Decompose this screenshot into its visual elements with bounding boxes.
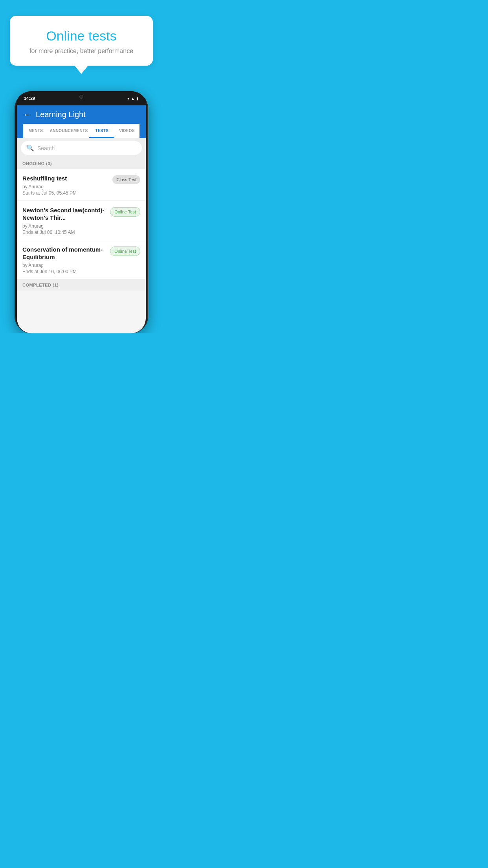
signal-icon: ▲ bbox=[131, 96, 135, 101]
test-info: Newton's Second law(contd)-Newton's Thir… bbox=[22, 206, 110, 235]
camera-dot bbox=[79, 95, 83, 99]
speech-bubble: Online tests for more practice, better p… bbox=[10, 16, 153, 66]
promo-subtitle: for more practice, better performance bbox=[19, 48, 143, 55]
test-author: by Anurag bbox=[22, 184, 109, 189]
promo-title: Online tests bbox=[19, 28, 143, 44]
status-icons: ▾ ▲ ▮ bbox=[127, 96, 139, 101]
app-header: ← Learning Light MENTS ANNOUNCEMENTS TES… bbox=[17, 105, 146, 138]
test-time: Starts at Jul 05, 05:45 PM bbox=[22, 190, 109, 196]
battery-icon: ▮ bbox=[136, 96, 139, 101]
search-placeholder: Search bbox=[37, 145, 55, 151]
test-name: Reshuffling test bbox=[22, 175, 109, 182]
search-icon: 🔍 bbox=[26, 144, 34, 152]
tab-videos[interactable]: VIDEOS bbox=[114, 124, 139, 138]
test-name: Newton's Second law(contd)-Newton's Thir… bbox=[22, 206, 107, 222]
time-display: 14:29 bbox=[24, 96, 35, 101]
phone-screen: ← Learning Light MENTS ANNOUNCEMENTS TES… bbox=[17, 105, 146, 333]
speech-bubble-tail bbox=[74, 65, 88, 74]
back-button[interactable]: ← bbox=[23, 110, 31, 119]
test-info: Conservation of momentum-Equilibrium by … bbox=[22, 246, 110, 274]
search-bar[interactable]: 🔍 Search bbox=[21, 141, 142, 155]
test-badge: Class Test bbox=[112, 175, 140, 184]
tab-announcements[interactable]: ANNOUNCEMENTS bbox=[48, 124, 90, 138]
test-badge: Online Test bbox=[110, 207, 140, 217]
promo-card: Online tests for more practice, better p… bbox=[10, 16, 153, 74]
test-item[interactable]: Reshuffling test by Anurag Starts at Jul… bbox=[17, 169, 146, 201]
test-item[interactable]: Conservation of momentum-Equilibrium by … bbox=[17, 240, 146, 280]
wifi-icon: ▾ bbox=[127, 96, 129, 101]
phone-frame: 14:29 ▾ ▲ ▮ ← Learning Light bbox=[15, 91, 148, 333]
header-top: ← Learning Light bbox=[23, 110, 139, 124]
test-list: Reshuffling test by Anurag Starts at Jul… bbox=[17, 169, 146, 280]
test-author: by Anurag bbox=[22, 263, 107, 268]
search-bar-wrapper: 🔍 Search bbox=[17, 138, 146, 158]
test-badge: Online Test bbox=[110, 246, 140, 256]
app-title: Learning Light bbox=[36, 110, 86, 119]
ongoing-section-header: ONGOING (3) bbox=[17, 158, 146, 169]
test-info: Reshuffling test by Anurag Starts at Jul… bbox=[22, 175, 112, 196]
test-item[interactable]: Newton's Second law(contd)-Newton's Thir… bbox=[17, 201, 146, 240]
tab-tests[interactable]: TESTS bbox=[89, 124, 114, 138]
status-bar: 14:29 ▾ ▲ ▮ bbox=[17, 91, 146, 105]
test-author: by Anurag bbox=[22, 223, 107, 229]
phone-notch bbox=[64, 91, 99, 102]
phone-wrapper: 14:29 ▾ ▲ ▮ ← Learning Light bbox=[7, 91, 156, 333]
test-time: Ends at Jul 06, 10:45 AM bbox=[22, 230, 107, 235]
completed-section-header: COMPLETED (1) bbox=[17, 280, 146, 291]
tabs-bar: MENTS ANNOUNCEMENTS TESTS VIDEOS bbox=[23, 124, 139, 138]
test-name: Conservation of momentum-Equilibrium bbox=[22, 246, 107, 261]
test-time: Ends at Jun 10, 06:00 PM bbox=[22, 269, 107, 274]
tab-ments[interactable]: MENTS bbox=[23, 124, 48, 138]
